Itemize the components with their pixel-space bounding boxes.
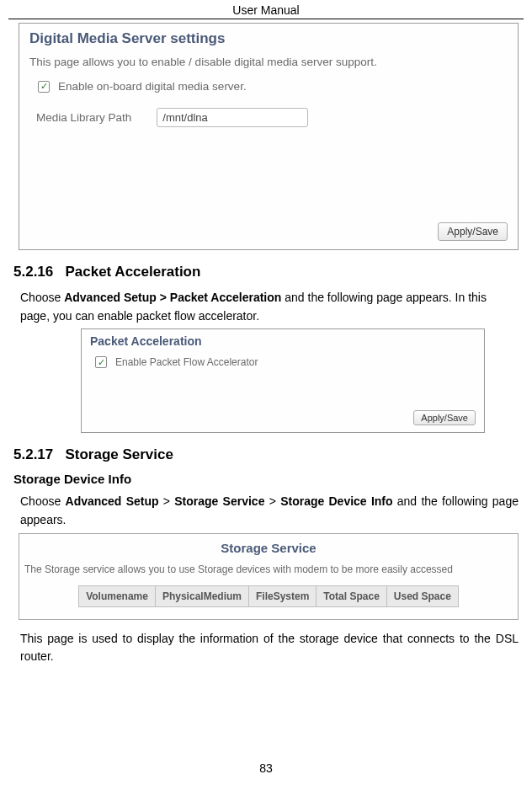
section2-outro: This page is used to display the informa… — [20, 630, 519, 666]
b: Storage Device Info — [280, 494, 392, 508]
page-number: 83 — [0, 761, 532, 775]
media-path-input[interactable]: /mnt/dlna — [157, 108, 308, 127]
col-physicalmedium: PhysicalMedium — [155, 585, 248, 606]
section-5-2-17-heading: 5.2.17 Storage Service — [13, 446, 519, 463]
section2-intro: Choose Advanced Setup > Storage Service … — [20, 493, 519, 529]
pa-apply-button[interactable]: Apply/Save — [413, 410, 476, 425]
dms-enable-checkbox[interactable]: ✓ — [38, 81, 50, 93]
t: > — [264, 494, 280, 508]
section-5-2-16-heading: 5.2.16 Packet Acceleration — [13, 264, 519, 280]
nav-path-bold: Advanced Setup > Packet Acceleration — [64, 291, 281, 304]
storage-subhead: Storage Device Info — [13, 472, 519, 486]
storage-table: Volumename PhysicalMedium FileSystem Tot… — [78, 585, 459, 607]
storage-service-panel: Storage Service The Storage service allo… — [19, 533, 519, 620]
section-num: 5.2.17 — [13, 446, 53, 462]
col-totalspace: Total Space — [317, 585, 386, 606]
storage-title: Storage Service — [24, 541, 513, 555]
b: Advanced Setup — [66, 494, 159, 508]
section-title: Packet Acceleration — [65, 264, 200, 280]
t: Choose — [20, 291, 64, 304]
col-filesystem: FileSystem — [248, 585, 316, 606]
dms-settings-panel: Digital Media Server settings This page … — [19, 23, 519, 250]
media-path-label: Media Library Path — [36, 111, 131, 124]
t: Choose — [20, 494, 66, 508]
pa-enable-checkbox[interactable]: ✓ — [95, 356, 107, 368]
t: > — [159, 494, 175, 508]
section-title: Storage Service — [65, 446, 173, 462]
pa-enable-label: Enable Packet Flow Accelerator — [115, 356, 258, 368]
dms-enable-label: Enable on-board digital media server. — [58, 80, 247, 93]
page-header: User Manual — [8, 0, 524, 19]
dms-title: Digital Media Server settings — [29, 30, 508, 47]
section-num: 5.2.16 — [13, 264, 53, 280]
dms-apply-button[interactable]: Apply/Save — [438, 222, 508, 241]
col-usedspace: Used Space — [386, 585, 458, 606]
storage-desc: The Storage service allows you to use St… — [24, 563, 513, 575]
packet-accel-panel: Packet Acceleration ✓ Enable Packet Flow… — [81, 328, 485, 433]
section1-intro: Choose Advanced Setup > Packet Accelerat… — [20, 289, 519, 325]
pa-title: Packet Acceleration — [90, 334, 476, 348]
dms-desc: This page allows you to enable / disable… — [29, 56, 508, 68]
b: Storage Service — [174, 494, 264, 508]
col-volumename: Volumename — [79, 585, 156, 606]
